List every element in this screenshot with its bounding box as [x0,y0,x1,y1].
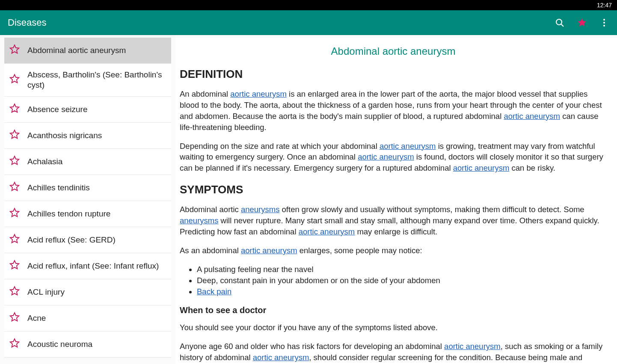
link-aortic-aneurysm[interactable]: aortic aneurysm [230,89,287,98]
doctor-para-1: You should see your doctor if you have a… [180,322,607,333]
disease-label: ACL injury [27,287,65,297]
app-title: Diseases [8,17,555,28]
sidebar-item-disease[interactable]: Acid reflux (See: GERD) [4,227,171,253]
star-outline-icon[interactable] [9,285,27,299]
app-bar: Diseases [0,10,617,35]
disease-label: Abscess, Bartholin's (See: Bartholin's c… [27,70,167,90]
sidebar-item-disease[interactable]: Achalasia [4,149,171,175]
link-aortic-aneurysm[interactable]: aortic aneurysm [380,142,436,151]
link-aneurysms[interactable]: aneurysms [180,216,218,225]
star-outline-icon[interactable] [9,129,27,142]
sidebar-item-disease[interactable]: Acne [4,305,171,331]
svg-point-0 [556,19,562,25]
star-outline-icon[interactable] [9,233,27,247]
article-title: Abdominal aortic aneurysm [180,45,607,57]
sidebar-item-disease[interactable]: Absence seizure [4,97,171,123]
link-aortic-aneurysm[interactable]: aortic aneurysm [299,227,355,236]
sidebar-item-disease[interactable]: Acid reflux, infant (See: Infant reflux) [4,253,171,279]
sidebar-item-disease[interactable]: Acanthosis nigricans [4,123,171,149]
link-aortic-aneurysm[interactable]: aortic aneurysm [358,152,414,161]
disease-label: Acid reflux (See: GERD) [27,235,116,245]
status-time: 12:47 [597,2,612,9]
star-outline-icon[interactable] [9,181,27,195]
sidebar-item-disease[interactable]: Abscess, Bartholin's (See: Bartholin's c… [4,64,171,97]
heading-definition: DEFINITION [180,68,607,81]
sidebar-item-disease[interactable]: Achilles tendon rupture [4,201,171,227]
link-aortic-aneurysm[interactable]: aortic aneurysm [253,353,309,362]
link-aortic-aneurysm[interactable]: aortic aneurysm [453,163,510,172]
list-item: Back pain [197,286,607,297]
sidebar-item-disease[interactable]: Achilles tendinitis [4,175,171,201]
list-item: A pulsating feeling near the navel [197,264,607,275]
link-aortic-aneurysm[interactable]: aortic aneurysm [241,246,297,255]
disease-label: Absence seizure [27,104,87,115]
article-content[interactable]: Abdominal aortic aneurysm DEFINITION An … [175,35,617,364]
svg-point-4 [603,25,605,27]
link-aneurysms[interactable]: aneurysms [241,205,279,214]
definition-para-2: Depending on the size and rate at which … [180,141,607,174]
main: Abdominal aortic aneurysmAbscess, Bartho… [0,35,617,364]
more-vert-icon[interactable] [599,18,609,28]
link-aortic-aneurysm[interactable]: aortic aneurysm [444,342,501,351]
disease-label: Abdominal aortic aneurysm [27,45,126,56]
svg-point-3 [603,22,605,24]
star-outline-icon[interactable] [9,44,27,57]
disease-label: Acanthosis nigricans [27,130,102,141]
star-outline-icon[interactable] [9,259,27,273]
disease-label: Achilles tendon rupture [27,209,110,219]
disease-label: Acid reflux, infant (See: Infant reflux) [27,261,159,271]
star-outline-icon[interactable] [9,337,27,351]
star-outline-icon[interactable] [9,207,27,221]
heading-when-doctor: When to see a doctor [180,305,607,315]
sidebar-item-disease[interactable]: Acoustic neuroma [4,331,171,358]
list-item: Deep, constant pain in your abdomen or o… [197,275,607,286]
star-outline-icon[interactable] [9,155,27,169]
sidebar-item-disease[interactable]: ACL injury [4,279,171,305]
disease-label: Achalasia [27,157,62,167]
disease-label: Achilles tendinitis [27,183,90,193]
symptoms-para-2: As an abdominal aortic aneurysm enlarges… [180,245,607,256]
definition-para-1: An abdominal aortic aneurysm is an enlar… [180,89,607,133]
svg-point-2 [603,19,605,21]
favorite-star-icon[interactable] [577,18,587,28]
svg-line-1 [561,24,564,27]
star-outline-icon[interactable] [9,311,27,325]
symptoms-para-1: Abdominal aortic aneurysms often grow sl… [180,204,607,237]
disease-label: Acne [27,313,46,323]
link-back-pain[interactable]: Back pain [197,287,231,296]
star-outline-icon[interactable] [9,73,27,87]
link-aortic-aneurysm[interactable]: aortic aneurysm [504,112,560,121]
disease-list[interactable]: Abdominal aortic aneurysmAbscess, Bartho… [0,35,175,364]
search-icon[interactable] [555,18,565,28]
disease-label: Acoustic neuroma [27,339,92,349]
star-outline-icon[interactable] [9,103,27,116]
app-actions [555,18,609,28]
doctor-para-2: Anyone age 60 and older who has risk fac… [180,341,607,364]
sidebar-item-disease[interactable]: Abdominal aortic aneurysm [4,38,171,64]
symptoms-list: A pulsating feeling near the navel Deep,… [197,264,607,297]
status-bar: 12:47 [0,0,617,10]
heading-symptoms: SYMPTOMS [180,183,607,196]
